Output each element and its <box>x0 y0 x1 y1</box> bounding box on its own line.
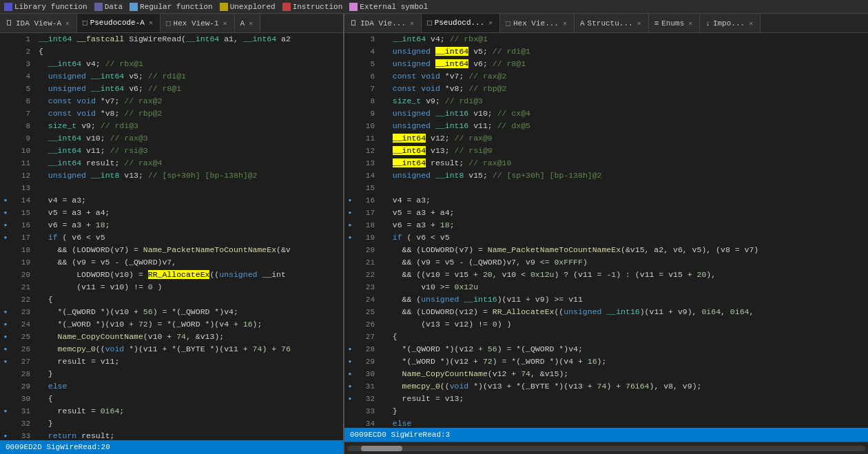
tab-icon-ida: 🗌 <box>6 19 13 28</box>
r-code-line-24: 24 && (unsigned __int16)(v11 + v9) >= v1… <box>344 293 868 306</box>
code-line-13: 13 <box>0 182 343 194</box>
legend-unexplored: Unexplored <box>220 3 276 11</box>
right-scroll-area[interactable] <box>344 442 868 454</box>
tab-close-ida[interactable]: ✕ <box>64 19 71 28</box>
code-line-14: ● 14 v4 = a3; <box>0 194 343 207</box>
dot-14: ● <box>0 194 11 207</box>
legend-color-external <box>349 3 358 11</box>
r-code-line-22: 22 && ((v10 = v15 + 20, v10 < 0x12u) ? (… <box>344 269 868 281</box>
tab-close-ida-r[interactable]: ✕ <box>409 19 415 28</box>
r-code-line-18: ● 18 v6 = a3 + 18; <box>344 219 868 231</box>
dot-23: ● <box>0 306 11 318</box>
tab-label-struct-r: Structu... <box>588 19 633 28</box>
right-tab-bar[interactable]: 🗌 IDA Vie... ✕ ⬚ Pseudocd... ✕ ⬚ Hex Vie… <box>344 14 868 33</box>
tab-close-impo-r[interactable]: ✕ <box>747 19 754 28</box>
legend-label-unexplored: Unexplored <box>230 3 276 11</box>
tab-impo-right[interactable]: ↓ Impo... ✕ <box>700 14 761 33</box>
tab-close-hex[interactable]: ✕ <box>222 19 229 28</box>
code-line-3: 3 __int64 v4; // rbx@1 <box>0 58 343 70</box>
r-code-line-27: 27 { <box>344 331 868 343</box>
tab-close-pseudo[interactable]: ✕ <box>147 19 154 27</box>
dot-25: ● <box>0 331 11 343</box>
r-code-line-28: ● 28 *(_QWORD *)(v12 + 56) = *(_QWORD *)… <box>344 343 868 355</box>
tab-ida-view-right[interactable]: 🗌 IDA Vie... ✕ <box>344 14 422 33</box>
tab-ida-view-a[interactable]: 🗌 IDA View-A ✕ <box>0 14 77 33</box>
tab-enums-right[interactable]: ≡ Enums ✕ <box>649 14 701 33</box>
tab-icon-pseudo: ⬚ <box>83 18 87 27</box>
tab-close-struct-r[interactable]: ✕ <box>636 19 643 28</box>
legend-external: External symbol <box>349 3 428 11</box>
tab-label-hex-r: Hex Vie... <box>513 19 559 28</box>
legend-label-external: External symbol <box>360 3 428 11</box>
r-code-line-16: ● 16 v4 = a3; <box>344 194 868 207</box>
tab-a-left[interactable]: A ✕ <box>235 14 261 33</box>
code-line-1: 1 __int64 __fastcall SigWireRead(__int64… <box>0 33 343 45</box>
r-code-line-31: ● 31 memcpy_0((void *)(v13 + *(_BYTE *)(… <box>344 380 868 393</box>
r-code-line-23: 23 v10 >= 0x12u <box>344 281 868 293</box>
code-line-9: 9 __int64 v10; // rax@3 <box>0 132 343 145</box>
r-dot-17: ● <box>344 207 355 219</box>
tab-icon-pseudo-r: ⬚ <box>427 18 432 27</box>
dot-27: ● <box>0 355 11 368</box>
code-line-22: 22 { <box>0 293 343 306</box>
tab-label-ida-r: IDA Vie... <box>360 19 406 28</box>
r-code-line-34: 34 else <box>344 417 868 428</box>
legend-label-regular: Regular function <box>140 3 213 11</box>
r-code-line-29: ● 29 *(_WORD *)(v12 + 72) = *(_WORD *)(v… <box>344 355 868 368</box>
code-line-8: 8 size_t v9; // rdi@3 <box>0 120 343 132</box>
tab-close-pseudo-r[interactable]: ✕ <box>487 19 494 27</box>
code-line-17: ● 17 if ( v6 < v5 <box>0 231 343 244</box>
legend-label-lib: Library function <box>14 3 87 11</box>
tab-label-hex: Hex View-1 <box>174 19 219 28</box>
r-dot-16: ● <box>344 194 355 207</box>
tab-hex-view-1[interactable]: ⬚ Hex View-1 ✕ <box>161 14 235 33</box>
code-line-26: ● 26 memcpy_0((void *)(v11 + *(_BYTE *)(… <box>0 343 343 355</box>
tab-hex-view-right[interactable]: ⬚ Hex Vie... ✕ <box>500 14 575 33</box>
r-dot-32: ● <box>344 393 355 405</box>
tab-close-enums-r[interactable]: ✕ <box>687 19 694 28</box>
r-code-line-30: ● 30 Name_CopyCountName(v12 + 74, &v15); <box>344 368 868 380</box>
tab-pseudocode-a[interactable]: ⬚ Pseudocode-A ✕ <box>77 14 161 33</box>
left-code-area[interactable]: 1 __int64 __fastcall SigWireRead(__int64… <box>0 33 343 440</box>
tab-label-enums-r: Enums <box>661 19 684 28</box>
tab-icon-enums-r: ≡ <box>654 19 659 28</box>
right-code-area[interactable]: 3 __int64 v4; // rbx@1 4 unsigned __int6… <box>344 33 868 428</box>
tab-label-pseudo: Pseudocode-A <box>90 19 145 27</box>
code-line-2: 2 { <box>0 45 343 58</box>
legend-action: Library function <box>4 3 87 11</box>
r-dot-31: ● <box>344 380 355 393</box>
tab-icon-impo-r: ↓ <box>705 19 710 28</box>
legend-color-unexplored <box>220 3 228 11</box>
code-line-11: 11 __int64 result; // rax@4 <box>0 157 343 169</box>
r-code-line-8: 8 size_t v9; // rdi@3 <box>344 95 868 107</box>
r-code-line-25: 25 && (LODWORD(v12) = RR_AllocateEx((uns… <box>344 306 868 318</box>
r-code-line-32: ● 32 result = v13; <box>344 393 868 405</box>
legend-color-lib <box>4 3 12 11</box>
r-code-line-10: 10 unsigned __int16 v11; // dx@5 <box>344 120 868 132</box>
right-scroll-thumb[interactable] <box>361 446 402 451</box>
tab-pseudocode-right[interactable]: ⬚ Pseudocd... ✕ <box>422 14 500 33</box>
tab-struct-right[interactable]: A Structu... ✕ <box>575 14 649 33</box>
legend-instruction: Instruction <box>282 3 343 11</box>
code-line-23: ● 23 *(_QWORD *)(v10 + 56) = *(_QWORD *)… <box>0 306 343 318</box>
tab-close-a-left[interactable]: ✕ <box>247 19 254 28</box>
r-code-line-12: 12 __int64 v13; // rsi@9 <box>344 145 868 157</box>
tab-icon-hex-r: ⬚ <box>506 19 510 28</box>
tab-close-hex-r[interactable]: ✕ <box>561 19 568 28</box>
r-code-line-19: ● 19 if ( v6 < v5 <box>344 231 868 244</box>
code-line-28: 28 } <box>0 368 343 380</box>
tab-icon-struct-r: A <box>580 19 585 28</box>
right-scroll-track[interactable] <box>347 446 865 451</box>
r-code-line-26: 26 (v13 = v12) != 0) ) <box>344 318 868 331</box>
r-code-line-33: 33 } <box>344 405 868 417</box>
r-code-line-9: 9 unsigned __int16 v10; // cx@4 <box>344 107 868 120</box>
r-dot-29: ● <box>344 355 355 368</box>
r-code-line-14: 14 unsigned __int8 v15; // [sp+30h] [bp-… <box>344 169 868 182</box>
dot-17: ● <box>0 231 11 244</box>
legend-color-instruction <box>282 3 291 11</box>
legend-label-instruction: Instruction <box>293 3 343 11</box>
app-container: Library function Data Regular function U… <box>0 0 868 454</box>
legend-bar: Library function Data Regular function U… <box>0 0 868 14</box>
left-tab-bar[interactable]: 🗌 IDA View-A ✕ ⬚ Pseudocode-A ✕ ⬚ Hex Vi… <box>0 14 343 33</box>
code-line-27: ● 27 result = v11; <box>0 355 343 368</box>
